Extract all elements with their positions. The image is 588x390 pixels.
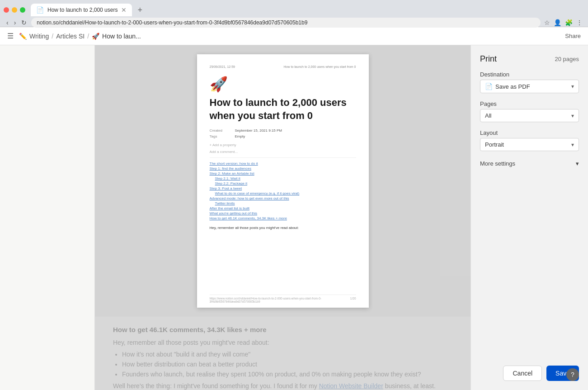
preview-title: How to launch to 2,000 users when you st… [210,96,356,122]
toc-item[interactable]: The short version: how to do it [210,162,356,166]
new-tab-button[interactable]: + [134,5,146,15]
preview-footer: https://www.notion.so/chddaniel/How-to-l… [210,295,356,303]
preview-add-property: + Add a property [210,143,356,147]
more-settings-chevron: ▾ [576,160,579,167]
preview-body-text: Hey, remember all those posts you might'… [210,226,356,230]
toc-item[interactable]: Twitter limits [215,201,356,205]
print-panel: Print 20 pages Destination 📄 Save as PDF… [470,45,588,390]
breadcrumb-sep-1: / [52,33,53,40]
tab-bar: 📄 How to launch to 2,000 users ✕ + [0,0,588,16]
print-panel-footer: Cancel Save [480,366,579,381]
pages-chevron: ▾ [571,113,574,119]
tab-title: How to launch to 2,000 users [47,7,118,13]
tags-value: Empty [235,134,245,138]
close-traffic-light[interactable] [4,7,9,13]
browser-chrome: 📄 How to launch to 2,000 users ✕ + ‹ › ↻… [0,0,588,27]
breadcrumb-sep-2: / [87,33,89,40]
back-button[interactable]: ‹ [5,18,9,27]
menu-icon[interactable]: ⋮ [576,19,583,26]
share-button[interactable]: Share [565,33,581,39]
destination-label: Destination [480,71,579,78]
profile-icon[interactable]: 👤 [554,19,561,26]
created-value: September 15, 2021 9:15 PM [235,128,282,133]
tags-label: Tags [210,134,228,138]
toc-item[interactable]: Step 2.2: Package it [215,181,356,185]
pages-select[interactable]: All ▾ [480,109,579,122]
maximize-traffic-light[interactable] [20,7,25,13]
main-layout: 25/09/2021, 12:59 How to launch to 2,000… [0,45,588,390]
breadcrumb-section[interactable]: Articles SI [56,33,85,40]
toc-item[interactable]: Step 1: find the audiences [210,166,356,171]
tab-close-button[interactable]: ✕ [121,6,127,14]
preview-divider [210,157,356,158]
header-right: Share [565,33,581,39]
more-settings-label: More settings [480,160,515,167]
page-icon-breadcrumb: 🚀 [92,33,99,40]
toc-item[interactable]: What to do in case of emergency (e.g. if… [215,191,356,195]
minimize-traffic-light[interactable] [12,7,17,13]
preview-properties: Created September 15, 2021 9:15 PM Tags … [210,128,356,138]
toc-item[interactable]: Advanced mode: how to get even more out … [210,196,356,200]
toc-item[interactable]: Step 2.1: Wait it [215,176,356,181]
preview-toc: The short version: how to do itStep 1: f… [210,162,356,220]
preview-add-comment: Add a comment... [210,150,356,154]
pdf-icon: 📄 [485,83,493,90]
reload-button[interactable]: ↻ [20,18,28,27]
layout-select[interactable]: Portrait ▾ [480,138,579,151]
hamburger-menu[interactable]: ☰ [7,32,14,40]
print-preview-page: 25/09/2021, 12:59 How to launch to 2,000… [197,54,369,308]
app-header: ☰ ✏️ Writing / Articles SI / 🚀 How to la… [0,27,588,45]
pages-value: All [485,112,491,119]
toc-item[interactable]: Step 3: Post a tweet [210,186,356,190]
breadcrumb-current-page[interactable]: How to laun... [102,33,141,40]
destination-select-inner: 📄 Save as PDF [485,83,530,90]
print-panel-header: Print 20 pages [480,54,579,64]
destination-value: Save as PDF [495,83,530,90]
bookmark-icon[interactable]: ☆ [544,19,550,26]
address-bar[interactable] [31,18,541,28]
destination-field: Destination 📄 Save as PDF ▾ [480,71,579,93]
layout-chevron: ▾ [571,142,574,148]
layout-value: Portrait [485,141,504,148]
help-button[interactable]: ? [566,368,579,381]
sidebar [0,45,95,390]
more-settings[interactable]: More settings ▾ [480,158,579,169]
cancel-button[interactable]: Cancel [503,366,542,381]
browser-tab[interactable]: 📄 How to launch to 2,000 users ✕ [31,4,132,16]
extension-icon[interactable]: 🧩 [565,19,573,26]
preview-date: 25/09/2021, 12:59 [210,65,235,68]
tab-favicon: 📄 [36,6,44,14]
print-preview-overlay: 25/09/2021, 12:59 How to launch to 2,000… [95,45,470,390]
preview-footer-page: 1/20 [350,297,356,303]
created-label: Created [210,128,228,133]
preview-rocket-emoji: 🚀 [210,76,356,93]
preview-created: Created September 15, 2021 9:15 PM [210,128,356,133]
breadcrumb: ✏️ Writing / Articles SI / 🚀 How to laun… [19,33,141,40]
toc-item[interactable]: After the email list is built [210,206,356,210]
preview-header-title: How to launch to 2,000 users when you st… [284,65,356,68]
content-area[interactable]: 25/09/2021, 12:59 How to launch to 2,000… [95,45,470,390]
destination-select[interactable]: 📄 Save as PDF ▾ [480,80,579,93]
preview-meta: 25/09/2021, 12:59 How to launch to 2,000… [210,65,356,68]
layout-field: Layout Portrait ▾ [480,129,579,151]
preview-tags: Tags Empty [210,134,356,138]
toc-item[interactable]: Step 2: Make an Airtable list [210,171,356,176]
layout-label: Layout [480,129,579,136]
pages-label: Pages [480,100,579,107]
breadcrumb-workspace[interactable]: Writing [29,33,49,40]
toc-item[interactable]: How to get 46.1K comments, 34.3K likes +… [210,216,356,220]
print-title: Print [480,54,497,64]
address-bar-row: ‹ › ↻ ☆ 👤 🧩 ⋮ [0,16,588,29]
pages-field: Pages All ▾ [480,100,579,122]
traffic-lights [4,7,25,13]
forward-button[interactable]: › [13,18,17,27]
destination-chevron: ▾ [571,83,574,90]
preview-footer-url: https://www.notion.so/chddaniel/How-to-l… [210,297,350,303]
workspace-icon: ✏️ [19,33,27,40]
print-pages: 20 pages [555,56,579,62]
toc-item[interactable]: What you're getting out of this [210,211,356,215]
toolbar-icons: ☆ 👤 🧩 ⋮ [544,19,583,26]
